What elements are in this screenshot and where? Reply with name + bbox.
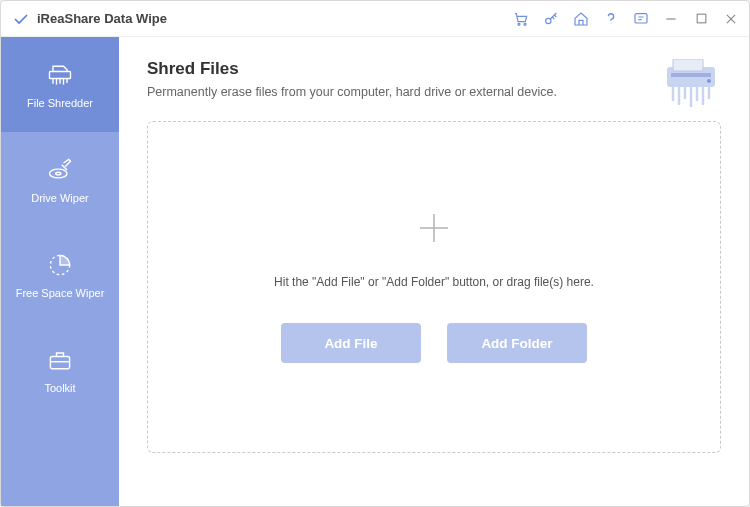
sidebar-item-free-space-wiper[interactable]: Free Space Wiper: [1, 227, 119, 322]
svg-point-2: [546, 18, 551, 23]
svg-point-0: [518, 23, 520, 25]
sidebar-item-label: Free Space Wiper: [16, 287, 105, 299]
shredder-icon: [46, 61, 74, 89]
home-icon[interactable]: [573, 11, 589, 27]
svg-rect-8: [50, 71, 71, 78]
sidebar: File Shredder Drive Wiper Free Space Wip…: [1, 37, 119, 506]
titlebar: iReaShare Data Wipe: [1, 1, 749, 37]
pie-icon: [46, 251, 74, 279]
page-header: Shred Files Permanently erase files from…: [147, 59, 721, 99]
key-icon[interactable]: [543, 11, 559, 27]
svg-point-1: [524, 23, 526, 25]
feedback-icon[interactable]: [633, 11, 649, 27]
titlebar-actions: [513, 11, 739, 27]
dropzone-hint: Hit the "Add File" or "Add Folder" butto…: [274, 275, 594, 289]
svg-rect-5: [697, 14, 706, 23]
maximize-icon[interactable]: [693, 11, 709, 27]
add-folder-button[interactable]: Add Folder: [447, 323, 587, 363]
sidebar-item-label: Drive Wiper: [31, 192, 88, 204]
close-icon[interactable]: [723, 11, 739, 27]
dropzone[interactable]: Hit the "Add File" or "Add Folder" butto…: [147, 121, 721, 453]
sidebar-item-label: File Shredder: [27, 97, 93, 109]
svg-point-14: [50, 169, 68, 178]
svg-point-15: [56, 172, 61, 175]
sidebar-item-drive-wiper[interactable]: Drive Wiper: [1, 132, 119, 227]
svg-rect-20: [673, 59, 703, 71]
sidebar-item-toolkit[interactable]: Toolkit: [1, 322, 119, 417]
main-content: Shred Files Permanently erase files from…: [119, 37, 749, 506]
page-subtitle: Permanently erase files from your comput…: [147, 85, 721, 99]
app-window: iReaShare Data Wipe: [0, 0, 750, 507]
shredder-graphic-icon: [661, 59, 721, 117]
svg-rect-17: [50, 356, 69, 368]
svg-point-22: [707, 79, 711, 83]
add-file-button[interactable]: Add File: [281, 323, 421, 363]
sidebar-item-label: Toolkit: [44, 382, 75, 394]
dropzone-buttons: Add File Add Folder: [281, 323, 587, 363]
svg-rect-3: [635, 13, 647, 22]
plus-icon: [417, 211, 451, 249]
page-title: Shred Files: [147, 59, 721, 79]
app-logo-icon: [13, 11, 29, 27]
toolkit-icon: [46, 346, 74, 374]
drive-icon: [46, 156, 74, 184]
svg-rect-21: [671, 73, 711, 77]
cart-icon[interactable]: [513, 11, 529, 27]
sidebar-item-file-shredder[interactable]: File Shredder: [1, 37, 119, 132]
help-icon[interactable]: [603, 11, 619, 27]
minimize-icon[interactable]: [663, 11, 679, 27]
app-title: iReaShare Data Wipe: [37, 11, 167, 26]
